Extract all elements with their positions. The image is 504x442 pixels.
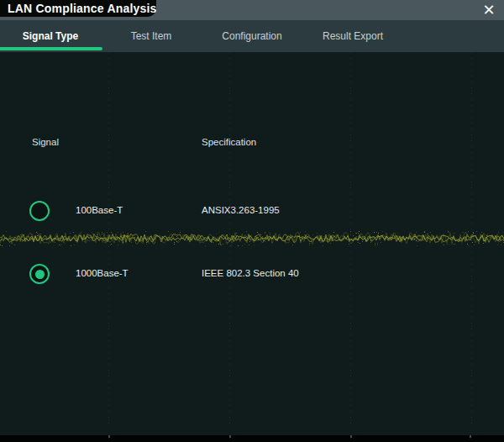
close-icon[interactable]: ✕ (477, 0, 501, 20)
dialog-titlebar: LAN Compliance Analysis ✕ (0, 0, 504, 20)
dialog-title-plate: LAN Compliance Analysis (0, 0, 156, 17)
radio-button-1000base-t[interactable] (29, 264, 50, 284)
specification-label: IEEE 802.3 Section 40 (202, 268, 299, 278)
signal-column-header: Signal (32, 137, 59, 147)
bottom-bezel (0, 435, 504, 442)
radio-dot (35, 270, 45, 279)
signal-row-1000base-t[interactable]: 1000Base-T IEEE 802.3 Section 40 (0, 255, 504, 293)
signal-row-100base-t[interactable]: 100Base-T ANSIX3.263-1995 (0, 192, 504, 230)
graticule-tick (470, 435, 471, 438)
lan-compliance-dialog: Signal Specification 100Base-T ANSIX3.26… (0, 0, 504, 442)
graticule-tick (350, 435, 352, 438)
graticule-line (350, 52, 351, 429)
radio-button-100base-t[interactable] (29, 201, 50, 221)
dialog-content: Signal Specification 100Base-T ANSIX3.26… (0, 52, 504, 435)
graticule-line (229, 52, 230, 429)
tab-signal-type[interactable]: Signal Type (0, 20, 101, 52)
specification-label: ANSIX3.263-1995 (202, 205, 280, 215)
graticule-line (108, 52, 109, 429)
tab-result-export[interactable]: Result Export (302, 20, 403, 52)
signal-label: 100Base-T (76, 205, 123, 215)
tab-configuration[interactable]: Configuration (202, 20, 302, 52)
signal-label: 1000Base-T (76, 268, 129, 278)
graticule-tick (108, 435, 110, 438)
specification-column-header: Specification (202, 137, 256, 147)
dialog-tabbar: Signal Type Test Item Configuration Resu… (0, 20, 504, 52)
graticule-line (471, 52, 472, 429)
dialog-title: LAN Compliance Analysis (8, 2, 157, 15)
graticule-tick (229, 435, 231, 438)
tab-test-item[interactable]: Test Item (101, 20, 202, 52)
